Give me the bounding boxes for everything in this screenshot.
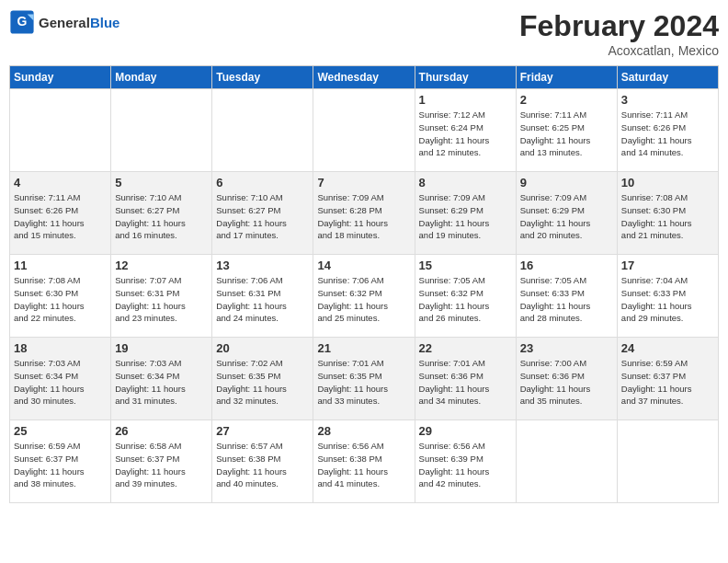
day-info: Sunrise: 7:04 AM Sunset: 6:33 PM Dayligh… (621, 274, 714, 325)
day-info: Sunrise: 7:05 AM Sunset: 6:32 PM Dayligh… (419, 274, 512, 325)
calendar-cell: 9Sunrise: 7:09 AM Sunset: 6:29 PM Daylig… (516, 172, 617, 255)
day-number: 18 (14, 341, 107, 355)
weekday-monday: Monday (111, 66, 212, 89)
day-number: 10 (621, 176, 714, 190)
page-header: G GeneralBlue February 2024 Acoxcatlan, … (9, 9, 719, 58)
day-info: Sunrise: 7:11 AM Sunset: 6:26 PM Dayligh… (14, 191, 107, 242)
day-info: Sunrise: 7:09 AM Sunset: 6:28 PM Dayligh… (317, 191, 410, 242)
day-info: Sunrise: 6:56 AM Sunset: 6:38 PM Dayligh… (317, 440, 410, 490)
week-row-3: 11Sunrise: 7:08 AM Sunset: 6:30 PM Dayli… (10, 255, 719, 338)
day-number: 14 (317, 259, 410, 272)
day-number: 11 (14, 259, 107, 272)
day-info: Sunrise: 7:00 AM Sunset: 6:36 PM Dayligh… (520, 357, 613, 408)
day-number: 9 (520, 176, 613, 190)
week-row-2: 4Sunrise: 7:11 AM Sunset: 6:26 PM Daylig… (10, 172, 719, 255)
day-info: Sunrise: 7:03 AM Sunset: 6:34 PM Dayligh… (14, 357, 107, 408)
day-info: Sunrise: 6:57 AM Sunset: 6:38 PM Dayligh… (216, 440, 309, 490)
location-subtitle: Acoxcatlan, Mexico (519, 43, 719, 58)
calendar-cell: 14Sunrise: 7:06 AM Sunset: 6:32 PM Dayli… (313, 255, 415, 338)
week-row-5: 25Sunrise: 6:59 AM Sunset: 6:37 PM Dayli… (10, 420, 719, 503)
day-number: 8 (419, 176, 512, 190)
weekday-saturday: Saturday (617, 66, 718, 89)
day-info: Sunrise: 7:10 AM Sunset: 6:27 PM Dayligh… (115, 191, 208, 242)
day-number: 12 (115, 259, 208, 272)
day-info: Sunrise: 7:10 AM Sunset: 6:27 PM Dayligh… (216, 191, 309, 242)
svg-text:G: G (17, 14, 28, 29)
calendar-cell (313, 89, 415, 172)
day-info: Sunrise: 7:05 AM Sunset: 6:33 PM Dayligh… (520, 274, 613, 325)
calendar-cell: 21Sunrise: 7:01 AM Sunset: 6:35 PM Dayli… (313, 338, 415, 420)
logo-text: GeneralBlue (39, 15, 119, 30)
calendar-table: SundayMondayTuesdayWednesdayThursdayFrid… (9, 65, 719, 503)
day-number: 26 (115, 424, 208, 438)
calendar-cell: 26Sunrise: 6:58 AM Sunset: 6:37 PM Dayli… (111, 420, 212, 503)
calendar-cell: 23Sunrise: 7:00 AM Sunset: 6:36 PM Dayli… (516, 338, 617, 420)
week-row-4: 18Sunrise: 7:03 AM Sunset: 6:34 PM Dayli… (10, 338, 719, 420)
calendar-cell: 10Sunrise: 7:08 AM Sunset: 6:30 PM Dayli… (617, 172, 718, 255)
day-number: 15 (419, 259, 512, 272)
weekday-header-row: SundayMondayTuesdayWednesdayThursdayFrid… (10, 66, 719, 89)
day-number: 27 (216, 424, 309, 438)
day-number: 16 (520, 259, 613, 272)
calendar-cell (10, 89, 111, 172)
calendar-cell: 25Sunrise: 6:59 AM Sunset: 6:37 PM Dayli… (10, 420, 111, 503)
calendar-cell: 22Sunrise: 7:01 AM Sunset: 6:36 PM Dayli… (415, 338, 516, 420)
calendar-cell (617, 420, 718, 503)
weekday-wednesday: Wednesday (313, 66, 415, 89)
day-number: 28 (317, 424, 410, 438)
calendar-cell: 29Sunrise: 6:56 AM Sunset: 6:39 PM Dayli… (415, 420, 516, 503)
day-info: Sunrise: 7:11 AM Sunset: 6:26 PM Dayligh… (621, 109, 714, 159)
day-info: Sunrise: 7:01 AM Sunset: 6:35 PM Dayligh… (317, 357, 410, 408)
logo-icon: G (9, 9, 35, 35)
calendar-cell: 8Sunrise: 7:09 AM Sunset: 6:29 PM Daylig… (415, 172, 516, 255)
day-info: Sunrise: 7:11 AM Sunset: 6:25 PM Dayligh… (520, 109, 613, 159)
calendar-cell: 16Sunrise: 7:05 AM Sunset: 6:33 PM Dayli… (516, 255, 617, 338)
day-info: Sunrise: 7:08 AM Sunset: 6:30 PM Dayligh… (14, 274, 107, 325)
calendar-cell: 19Sunrise: 7:03 AM Sunset: 6:34 PM Dayli… (111, 338, 212, 420)
day-number: 5 (115, 176, 208, 190)
day-info: Sunrise: 7:07 AM Sunset: 6:31 PM Dayligh… (115, 274, 208, 325)
calendar-cell: 15Sunrise: 7:05 AM Sunset: 6:32 PM Dayli… (415, 255, 516, 338)
month-title: February 2024 (519, 9, 719, 43)
calendar-cell: 3Sunrise: 7:11 AM Sunset: 6:26 PM Daylig… (617, 89, 718, 172)
day-number: 7 (317, 176, 410, 190)
day-number: 23 (520, 341, 613, 355)
day-number: 4 (14, 176, 107, 190)
day-number: 3 (621, 93, 714, 107)
calendar-cell: 24Sunrise: 6:59 AM Sunset: 6:37 PM Dayli… (617, 338, 718, 420)
calendar-cell: 4Sunrise: 7:11 AM Sunset: 6:26 PM Daylig… (10, 172, 111, 255)
day-info: Sunrise: 7:03 AM Sunset: 6:34 PM Dayligh… (115, 357, 208, 408)
day-info: Sunrise: 7:01 AM Sunset: 6:36 PM Dayligh… (419, 357, 512, 408)
calendar-cell: 6Sunrise: 7:10 AM Sunset: 6:27 PM Daylig… (212, 172, 313, 255)
day-number: 20 (216, 341, 309, 355)
calendar-cell: 5Sunrise: 7:10 AM Sunset: 6:27 PM Daylig… (111, 172, 212, 255)
calendar-cell: 12Sunrise: 7:07 AM Sunset: 6:31 PM Dayli… (111, 255, 212, 338)
day-number: 1 (419, 93, 512, 107)
day-number: 6 (216, 176, 309, 190)
day-number: 13 (216, 259, 309, 272)
day-info: Sunrise: 6:58 AM Sunset: 6:37 PM Dayligh… (115, 440, 208, 490)
calendar-cell: 17Sunrise: 7:04 AM Sunset: 6:33 PM Dayli… (617, 255, 718, 338)
day-number: 29 (419, 424, 512, 438)
weekday-tuesday: Tuesday (212, 66, 313, 89)
calendar-cell: 2Sunrise: 7:11 AM Sunset: 6:25 PM Daylig… (516, 89, 617, 172)
day-info: Sunrise: 7:12 AM Sunset: 6:24 PM Dayligh… (419, 109, 512, 159)
calendar-cell (111, 89, 212, 172)
week-row-1: 1Sunrise: 7:12 AM Sunset: 6:24 PM Daylig… (10, 89, 719, 172)
calendar-cell: 7Sunrise: 7:09 AM Sunset: 6:28 PM Daylig… (313, 172, 415, 255)
day-info: Sunrise: 6:56 AM Sunset: 6:39 PM Dayligh… (419, 440, 512, 490)
day-number: 22 (419, 341, 512, 355)
calendar-cell: 20Sunrise: 7:02 AM Sunset: 6:35 PM Dayli… (212, 338, 313, 420)
day-info: Sunrise: 7:02 AM Sunset: 6:35 PM Dayligh… (216, 357, 309, 408)
day-number: 2 (520, 93, 613, 107)
weekday-sunday: Sunday (10, 66, 111, 89)
day-number: 25 (14, 424, 107, 438)
day-info: Sunrise: 7:08 AM Sunset: 6:30 PM Dayligh… (621, 191, 714, 242)
day-info: Sunrise: 7:06 AM Sunset: 6:31 PM Dayligh… (216, 274, 309, 325)
logo: G GeneralBlue (9, 9, 119, 35)
calendar-cell: 18Sunrise: 7:03 AM Sunset: 6:34 PM Dayli… (10, 338, 111, 420)
day-number: 21 (317, 341, 410, 355)
calendar-cell (516, 420, 617, 503)
day-info: Sunrise: 6:59 AM Sunset: 6:37 PM Dayligh… (621, 357, 714, 408)
day-number: 24 (621, 341, 714, 355)
